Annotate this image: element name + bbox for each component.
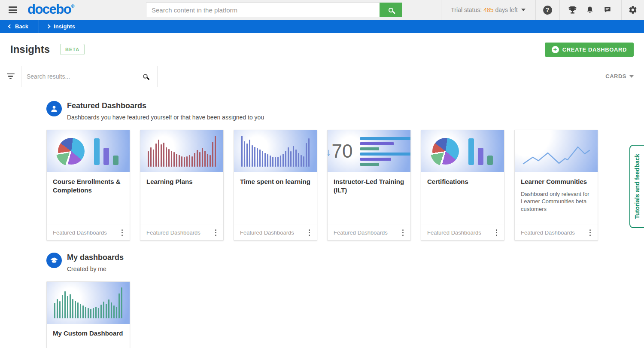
histogram: [234, 130, 317, 172]
results-search: [21, 66, 158, 87]
card-thumbnail: [47, 282, 130, 324]
card-description: Dashboard only relevant for Learner Comm…: [521, 190, 592, 213]
section-title: My dashboards: [67, 253, 124, 262]
card-footer-label: Featured Dashboards: [240, 229, 294, 236]
dashboard-card[interactable]: Time spent on learning Featured Dashboar…: [234, 130, 317, 241]
person-icon: [46, 101, 62, 116]
card-thumbnail: [140, 130, 223, 172]
dashboard-card[interactable]: Certifications Featured Dashboards: [421, 130, 504, 241]
tutorials-feedback-tab[interactable]: Tutorials and feedback: [629, 145, 644, 228]
bell-icon: [586, 6, 594, 15]
trophy-icon: [568, 6, 577, 15]
histogram: [140, 130, 223, 172]
notifications-button[interactable]: [581, 0, 598, 20]
create-dashboard-button[interactable]: + CREATE DASHBOARD: [545, 43, 634, 57]
card-thumbnail: [515, 130, 598, 172]
card-footer-label: Featured Dashboards: [53, 229, 107, 236]
dashboard-card[interactable]: Course Enrollments & Completions Feature…: [46, 130, 130, 241]
section-subtitle: Dashboards you have featured yourself or…: [67, 114, 264, 121]
kebab-menu-icon[interactable]: [400, 227, 407, 239]
card-thumbnail: [234, 130, 317, 172]
card-title: Certifications: [427, 177, 498, 186]
kebab-menu-icon[interactable]: [213, 227, 219, 239]
my-dashboards-section-header: My dashboards Created by me: [46, 253, 644, 272]
results-search-input[interactable]: [21, 73, 143, 80]
featured-section-header: Featured Dashboards Dashboards you have …: [46, 101, 644, 121]
gamification-button[interactable]: [564, 0, 581, 20]
beta-badge: BETA: [60, 44, 85, 55]
card-thumbnail: [47, 130, 130, 172]
dashboard-card[interactable]: My Custom Dashboard: [46, 281, 130, 348]
trial-days-value: 485: [483, 6, 493, 13]
section-title: Featured Dashboards: [67, 101, 264, 110]
chat-icon: [603, 6, 612, 14]
breadcrumb-label: Insights: [54, 23, 75, 30]
docebo-logo[interactable]: docebo®: [27, 2, 74, 17]
card-footer-label: Featured Dashboards: [427, 229, 481, 236]
back-button[interactable]: Back: [0, 20, 39, 33]
top-bar: docebo® Trial status: 485 days left ?: [0, 0, 644, 20]
search-icon: [389, 8, 393, 12]
card-title: Learning Plans: [146, 177, 217, 186]
messages-button[interactable]: [599, 0, 616, 20]
card-title: Course Enrollments & Completions: [53, 177, 124, 194]
breadcrumb-bar: Back Insights: [0, 20, 644, 33]
graduation-cap-icon: [46, 253, 62, 268]
dashboard-card[interactable]: Learner Communities Dashboard only relev…: [514, 130, 598, 241]
card-title: Time spent on learning: [240, 177, 311, 186]
trial-status-dropdown[interactable]: Trial status: 485 days left: [441, 0, 535, 20]
my-cards-row: My Custom Dashboard: [46, 281, 644, 348]
card-thumbnail: ↓70: [328, 130, 410, 172]
arrow-down-icon: ↓: [328, 146, 331, 158]
chevron-left-icon: [8, 24, 12, 29]
card-footer-label: Featured Dashboards: [146, 229, 200, 236]
filter-icon: [7, 73, 15, 75]
trial-days-suffix: days left: [495, 6, 518, 13]
back-label: Back: [15, 23, 28, 30]
bar-chart: [94, 137, 118, 165]
global-search-input[interactable]: [146, 3, 380, 17]
card-footer-label: Featured Dashboards: [521, 229, 575, 236]
card-footer-label: Featured Dashboards: [334, 229, 388, 236]
page-header: Insights BETA + CREATE DASHBOARD: [0, 33, 644, 66]
chevron-right-icon: [46, 24, 51, 29]
card-title: Instructor-Led Training (ILT): [334, 177, 404, 194]
main-content: Featured Dashboards Dashboards you have …: [0, 101, 644, 348]
global-search: [146, 3, 402, 17]
featured-cards-row: Course Enrollments & Completions Feature…: [46, 130, 644, 241]
plus-icon: +: [552, 46, 559, 53]
global-search-button[interactable]: [380, 3, 402, 17]
chevron-down-icon: [521, 9, 526, 11]
trial-status-label: Trial status:: [451, 6, 482, 13]
kebab-menu-icon[interactable]: [306, 227, 313, 239]
dashboard-card[interactable]: ↓70 Instructor-Led Training (ILT) Featur…: [327, 130, 411, 241]
horizontal-bar-chart: [360, 137, 410, 166]
gear-icon: [628, 5, 638, 15]
divider: [559, 0, 560, 20]
hamburger-menu-icon[interactable]: [9, 6, 17, 13]
filter-button[interactable]: [0, 66, 21, 87]
pie-chart: [58, 138, 85, 165]
dashboard-card[interactable]: Learning Plans Featured Dashboards: [140, 130, 224, 241]
card-title: Learner Communities: [521, 177, 592, 186]
kebab-menu-icon[interactable]: [119, 227, 126, 239]
kebab-menu-icon[interactable]: [587, 227, 594, 239]
pie-chart: [432, 138, 459, 165]
search-icon: [143, 74, 147, 78]
ilt-metric-chart: ↓70: [328, 130, 410, 172]
page-title: Insights: [10, 43, 50, 55]
pie-and-bars-chart: [47, 130, 130, 172]
histogram: [47, 282, 130, 324]
breadcrumb-current[interactable]: Insights: [39, 23, 75, 30]
filter-bar: CARDS: [0, 66, 644, 87]
card-title: My Custom Dashboard: [53, 329, 124, 338]
settings-button[interactable]: [621, 0, 644, 20]
line-chart: [515, 130, 598, 172]
metric-value: ↓70: [328, 140, 352, 162]
help-button[interactable]: ?: [535, 0, 559, 20]
pie-and-bars-chart: [421, 130, 504, 172]
kebab-menu-icon[interactable]: [493, 227, 500, 239]
help-icon: ?: [543, 6, 552, 15]
section-subtitle: Created by me: [67, 266, 124, 272]
view-mode-dropdown[interactable]: CARDS: [605, 73, 634, 79]
